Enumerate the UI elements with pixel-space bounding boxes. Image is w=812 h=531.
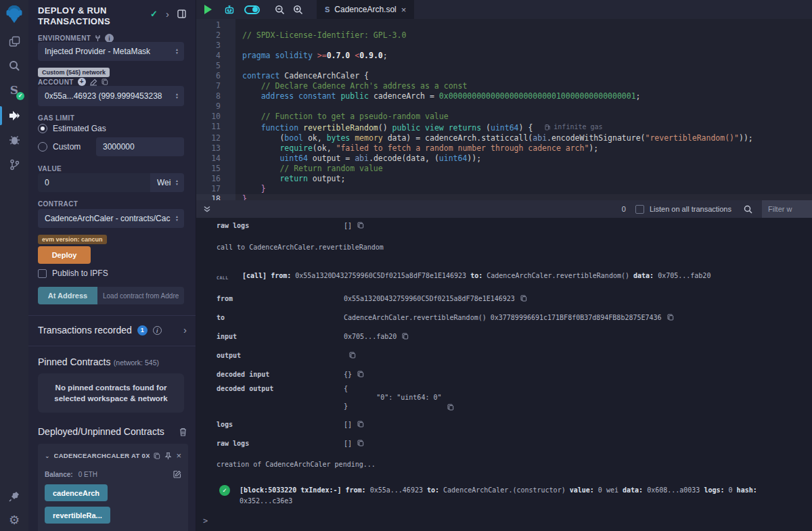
edit-account-icon[interactable] [90,78,97,86]
tx-expand-icon[interactable]: › [183,326,187,334]
code-line[interactable]: 4pragma solidity >=0.7.0 <0.9.0; [196,51,812,61]
settings-icon[interactable]: ⚙ [0,509,28,531]
copy-icon[interactable] [402,333,409,340]
code-line[interactable]: 9 [196,101,812,112]
balance-value: 0 ETH [78,471,97,478]
code-line[interactable]: 6contract CadenceArchCaler { [196,71,812,81]
copy-icon[interactable] [447,404,454,411]
plugin-manager-icon[interactable] [0,484,28,507]
code-text: // SPDX-License-Identifier: GPL-3.0 [235,30,406,41]
copy-address-icon[interactable] [154,453,160,459]
copy-icon[interactable] [357,440,364,446]
card-collapse-icon[interactable]: ⌄ [45,453,50,459]
code-line[interactable]: 13 require(ok, "failed to fetch a random… [196,143,812,154]
copy-icon[interactable] [357,421,364,428]
custom-gas-radio[interactable] [38,142,47,152]
panel-layout-icon[interactable] [177,9,186,18]
pinned-network-label: (network: 545) [114,359,159,367]
line-number: 3 [196,41,235,51]
at-address-input[interactable] [97,287,184,304]
line-number: 10 [196,112,235,122]
line-number: 17 [196,184,235,194]
git-icon[interactable] [0,153,28,176]
code-line[interactable]: 14 uint64 output = abi.decode(data, (uin… [196,154,812,164]
log-value: 0x55a1320D432759960C5Df0215a8dF78e1E1469… [344,294,515,303]
terminal-prompt[interactable]: > [203,516,208,526]
search-icon[interactable] [0,54,28,77]
close-card-icon[interactable]: × [176,451,181,461]
revertible-random-button[interactable]: revertibleRa... [45,507,110,524]
env-plug-icon[interactable] [95,34,101,42]
contract-select[interactable]: CadenceArchCaler - contracts/Cac ▲▼ [38,209,184,228]
zoom-out-icon[interactable] [275,5,285,15]
code-line[interactable]: 12 (bool ok, bytes memory data) = cadenc… [196,133,812,143]
code-line[interactable]: 3 [196,41,812,51]
remix-logo-icon[interactable] [5,4,24,24]
line-number: 18 [196,194,235,201]
terminal-filter-input[interactable] [762,200,812,218]
contract-label: CONTRACT [38,200,78,208]
terminal-log: raw logs[]call to CadenceArchCaler.rever… [196,218,812,531]
code-line[interactable]: 8 address constant public cadenceArch = … [196,91,812,101]
tab-cadencearch-sol[interactable]: S CadenceArch.sol × [317,0,414,19]
copy-icon[interactable] [520,295,527,302]
value-input[interactable] [38,173,150,192]
call-log-row[interactable]: CALL[call] from: 0x55a1320D432759960C5Df… [196,271,812,281]
file-explorer-icon[interactable] [0,30,28,53]
cadence-arch-button[interactable]: cadenceArch [45,484,108,501]
copilot-toggle[interactable] [244,5,260,14]
copy-icon[interactable] [357,222,364,229]
custom-gas-input[interactable] [96,137,184,156]
pin-icon[interactable] [164,452,172,460]
estimated-gas-radio[interactable] [38,124,47,133]
code-line[interactable]: 11 function revertibleRandom() public vi… [196,122,812,133]
code-line[interactable]: 2// SPDX-License-Identifier: GPL-3.0 [196,30,812,41]
copy-icon[interactable] [357,371,364,377]
solidity-file-icon: S [325,5,330,14]
deployed-contract-name[interactable]: CADENCEARCHCALER AT 0X [54,452,150,459]
code-line[interactable]: 7 // Declare Cadence Arch's address as a… [196,81,812,91]
code-line[interactable]: 17 } [196,184,812,194]
panel-forward-icon[interactable]: › [166,10,169,18]
value-unit-select[interactable]: Wei ▲▼ [150,173,184,192]
code-line[interactable]: 15 // Return random value [196,164,812,174]
solidity-compiler-icon[interactable]: S ✓ [0,78,28,101]
code-line[interactable]: 16 return output; [196,174,812,184]
copy-icon[interactable] [349,352,356,359]
listen-all-checkbox[interactable] [635,205,644,214]
code-area[interactable]: 12// SPDX-License-Identifier: GPL-3.034p… [196,20,812,200]
terminal-search-icon[interactable] [744,205,752,214]
account-select[interactable]: 0x55a...46923 (999.9999453238 ▲▼ [38,86,184,106]
code-text: } [235,194,247,201]
trash-icon[interactable] [179,428,187,436]
copy-icon[interactable] [667,314,674,321]
edit-balance-icon[interactable] [173,470,181,478]
add-account-icon[interactable]: + [78,78,86,86]
panel-check-icon: ✓ [150,9,158,19]
code-line[interactable]: 10 // Function to get a pseudo-random va… [196,112,812,122]
deploy-run-icon[interactable] [0,104,28,127]
copy-account-icon[interactable] [102,78,108,85]
tx-info-icon[interactable]: i [153,326,162,335]
environment-select[interactable]: Injected Provider - MetaMask ▲▼ [38,42,184,61]
close-tab-icon[interactable]: × [401,5,407,15]
publish-ipfs-label: Publish to IPFS [52,269,108,278]
code-line[interactable]: 1 [196,20,812,30]
deploy-button[interactable]: Deploy [38,246,91,264]
code-line[interactable]: 5 [196,61,812,71]
log-value: [] [344,221,352,230]
ai-copilot-icon[interactable] [224,5,235,15]
zoom-in-icon[interactable] [293,5,303,15]
debugger-icon[interactable] [0,129,28,152]
collapse-terminal-icon[interactable] [203,205,211,213]
code-text: // Declare Cadence Arch's address as a c… [235,81,467,91]
code-text [235,20,242,30]
at-address-button[interactable]: At Address [38,287,97,304]
run-script-icon[interactable] [204,5,212,14]
publish-ipfs-checkbox[interactable] [38,269,47,278]
code-line[interactable]: 18} [196,194,812,201]
tab-label: CadenceArch.sol [334,5,396,14]
code-text [235,41,242,51]
tx-success-row[interactable]: ✓[block:5033220 txIndex:-] from: 0x55a..… [196,485,812,507]
log-key: from [217,294,344,303]
